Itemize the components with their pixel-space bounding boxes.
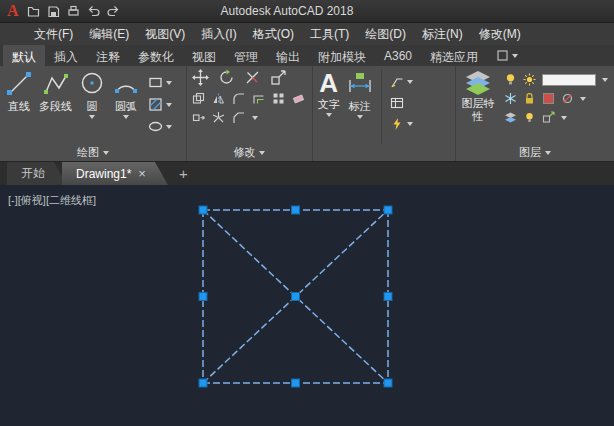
ribbon-tab-featured-apps[interactable]: 精选应用 bbox=[421, 45, 487, 66]
ribbon-tab-addins[interactable]: 附加模块 bbox=[309, 45, 375, 66]
dropdown-caret-icon[interactable] bbox=[123, 115, 129, 119]
lock-icon[interactable] bbox=[523, 92, 536, 105]
ribbon-tab-bar: 默认 插入 注释 参数化 视图 管理 输出 附加模块 A360 精选应用 bbox=[0, 45, 614, 66]
offset-icon[interactable] bbox=[252, 92, 265, 105]
ribbon-tab-output[interactable]: 输出 bbox=[267, 45, 309, 66]
ribbon-tab-view[interactable]: 视图 bbox=[183, 45, 225, 66]
ribbon-panel-annotation: A 文字 标注 bbox=[313, 66, 456, 161]
dropdown-caret-icon[interactable] bbox=[252, 116, 258, 120]
tool-markup[interactable] bbox=[390, 117, 413, 131]
tool-polyline[interactable]: 多段线 bbox=[36, 69, 75, 144]
ribbon-tab-home[interactable]: 默认 bbox=[3, 45, 45, 66]
grip[interactable] bbox=[384, 379, 392, 387]
layer-select-dropdown[interactable] bbox=[542, 74, 596, 86]
grip[interactable] bbox=[199, 206, 207, 214]
bulb-small-icon[interactable] bbox=[523, 111, 536, 124]
layer-state-icon[interactable] bbox=[504, 111, 517, 124]
menu-format[interactable]: 格式(O) bbox=[245, 23, 302, 46]
explode-icon[interactable] bbox=[212, 111, 225, 124]
dropdown-caret-icon[interactable] bbox=[580, 97, 586, 101]
menu-file[interactable]: 文件(F) bbox=[26, 23, 81, 46]
tool-dimension[interactable]: 标注 bbox=[343, 69, 377, 144]
app-logo[interactable]: A bbox=[7, 3, 19, 19]
grip[interactable] bbox=[384, 206, 392, 214]
ribbon-tab-manage[interactable]: 管理 bbox=[225, 45, 267, 66]
modify-panel-footer[interactable]: 修改 bbox=[187, 144, 311, 161]
layer-off-icon[interactable] bbox=[561, 92, 574, 105]
erase-icon[interactable] bbox=[292, 92, 305, 105]
tool-circle[interactable]: 圆 bbox=[75, 69, 109, 144]
grip[interactable] bbox=[292, 379, 300, 387]
menu-edit[interactable]: 编辑(E) bbox=[81, 23, 137, 46]
close-tab-icon[interactable]: × bbox=[138, 167, 146, 180]
dropdown-caret-icon[interactable] bbox=[602, 78, 608, 82]
trim-icon[interactable] bbox=[244, 69, 261, 86]
fillet-icon[interactable] bbox=[232, 92, 245, 105]
dropdown-caret-icon bbox=[166, 81, 172, 85]
tool-hatch[interactable] bbox=[148, 97, 172, 112]
grip[interactable] bbox=[384, 293, 392, 301]
new-tab-button[interactable]: + bbox=[179, 166, 188, 181]
arc-icon bbox=[112, 70, 140, 98]
grip[interactable] bbox=[292, 293, 300, 301]
chamfer-icon[interactable] bbox=[232, 111, 245, 124]
menu-view[interactable]: 视图(V) bbox=[137, 23, 193, 46]
open-icon[interactable] bbox=[27, 5, 40, 18]
dropdown-caret-icon[interactable] bbox=[89, 115, 95, 119]
dropdown-caret-icon[interactable] bbox=[326, 113, 332, 117]
match-layer-icon[interactable] bbox=[542, 111, 555, 124]
menu-draw[interactable]: 绘图(D) bbox=[357, 23, 414, 46]
drawing-canvas[interactable]: [-][俯视][二维线框] bbox=[0, 185, 614, 426]
grip[interactable] bbox=[292, 206, 300, 214]
tool-layer-properties[interactable]: 图层特性 bbox=[458, 69, 498, 144]
tool-rectangle[interactable] bbox=[148, 75, 172, 90]
ribbon-tab-parametric[interactable]: 参数化 bbox=[129, 45, 183, 66]
draw-panel-footer[interactable]: 绘图 bbox=[0, 144, 186, 161]
rotate-icon[interactable] bbox=[218, 69, 235, 86]
viewport-controls[interactable]: [-][俯视][二维线框] bbox=[8, 193, 96, 208]
dropdown-caret-icon[interactable] bbox=[357, 115, 363, 119]
ribbon-tab-insert[interactable]: 插入 bbox=[45, 45, 87, 66]
file-tab-start[interactable]: 开始 bbox=[7, 162, 67, 185]
layers-panel-footer[interactable]: 图层 bbox=[456, 144, 614, 161]
menu-insert[interactable]: 插入(I) bbox=[193, 23, 244, 46]
stretch-icon[interactable] bbox=[192, 111, 205, 124]
copy-icon[interactable] bbox=[192, 92, 205, 105]
menu-modify[interactable]: 修改(M) bbox=[471, 23, 529, 46]
leader-icon bbox=[390, 75, 404, 89]
print-icon[interactable] bbox=[67, 5, 80, 18]
tool-arc[interactable]: 圆弧 bbox=[109, 69, 143, 144]
redo-icon[interactable] bbox=[107, 5, 120, 18]
menu-tools[interactable]: 工具(T) bbox=[302, 23, 357, 46]
ribbon-panel-layers: 图层特性 bbox=[456, 66, 614, 161]
tool-table[interactable] bbox=[390, 96, 413, 110]
color-swatch-icon[interactable] bbox=[542, 92, 555, 105]
ribbon-tab-annotate[interactable]: 注释 bbox=[87, 45, 129, 66]
title-bar: A Autodesk AutoCAD 2018 bbox=[0, 0, 614, 23]
dropdown-caret-icon bbox=[407, 122, 413, 126]
mirror-icon[interactable] bbox=[212, 92, 225, 105]
sun-icon[interactable] bbox=[523, 73, 536, 86]
scale-icon[interactable] bbox=[270, 69, 287, 86]
move-icon[interactable] bbox=[192, 69, 209, 86]
tool-line[interactable]: 直线 bbox=[2, 69, 36, 144]
save-icon[interactable] bbox=[47, 5, 60, 18]
circle-icon bbox=[78, 70, 106, 98]
dropdown-caret-icon bbox=[512, 54, 518, 58]
ribbon-options[interactable] bbox=[497, 45, 518, 66]
tool-ellipse[interactable] bbox=[148, 119, 172, 134]
freeze-icon[interactable] bbox=[504, 92, 517, 105]
model-space[interactable] bbox=[0, 185, 614, 426]
grip[interactable] bbox=[199, 379, 207, 387]
ribbon-tab-a360[interactable]: A360 bbox=[375, 45, 421, 66]
dropdown-caret-icon bbox=[103, 151, 109, 155]
file-tab-drawing1[interactable]: Drawing1* × bbox=[62, 162, 168, 185]
menu-dimension[interactable]: 标注(N) bbox=[414, 23, 471, 46]
undo-icon[interactable] bbox=[87, 5, 100, 18]
grip[interactable] bbox=[199, 293, 207, 301]
tool-text[interactable]: A 文字 bbox=[315, 69, 343, 144]
dropdown-caret-icon[interactable] bbox=[561, 116, 567, 120]
bulb-icon[interactable] bbox=[504, 73, 517, 86]
tool-leader[interactable] bbox=[390, 75, 413, 89]
array-icon[interactable] bbox=[272, 92, 285, 105]
